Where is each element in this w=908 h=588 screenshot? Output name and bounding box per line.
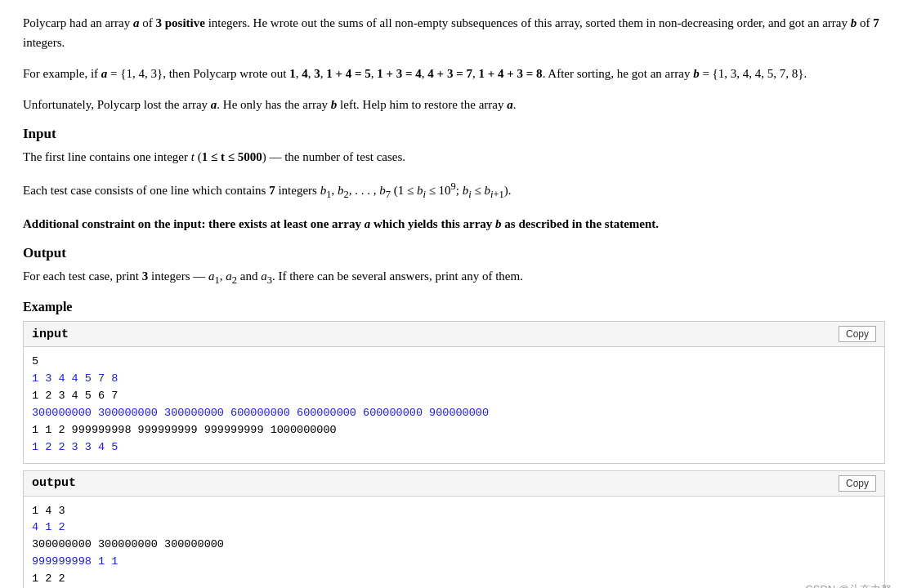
example-title: Example <box>23 300 885 314</box>
output-line-5: 1 2 2 <box>32 572 65 585</box>
output-line-1: 1 4 3 <box>32 505 65 517</box>
var-a: a <box>133 16 140 29</box>
var-b: b <box>851 16 857 29</box>
output-line-2: 4 1 2 <box>32 521 65 533</box>
input-copy-button[interactable]: Copy <box>839 326 876 342</box>
intro-paragraph-3: Unfortunately, Polycarp lost the array a… <box>23 95 885 114</box>
output-line-3: 300000000 300000000 300000000 <box>32 538 224 550</box>
input-code-content: 5 1 3 4 4 5 7 8 1 2 3 4 5 6 7 300000000 … <box>24 347 884 463</box>
input-code-label: input <box>32 327 69 341</box>
output-code-content: 1 4 3 4 1 2 300000000 300000000 30000000… <box>24 497 884 588</box>
output-copy-button[interactable]: Copy <box>839 475 876 492</box>
input-line-1: 5 <box>32 355 38 368</box>
output-line-4: 999999998 1 1 <box>32 555 118 568</box>
input-paragraph-2: Each test case consists of one line whic… <box>23 178 885 203</box>
input-code-header: input Copy <box>24 322 884 347</box>
output-paragraph-1: For each test case, print 3 integers — a… <box>23 266 885 288</box>
output-code-header: output Copy <box>24 471 884 497</box>
input-code-block: input Copy 5 1 3 4 4 5 7 8 1 2 3 4 5 6 7… <box>23 321 885 464</box>
intro-paragraph-2: For example, if a = {1, 4, 3}, then Poly… <box>23 64 885 83</box>
input-line-4: 300000000 300000000 300000000 600000000 … <box>32 407 489 419</box>
input-paragraph-1: The first line contains one integer t (1… <box>23 147 885 167</box>
watermark: CSDN @斗奋力努 <box>805 582 892 588</box>
input-title: Input <box>23 126 885 142</box>
input-paragraph-3: Additional constraint on the input: ther… <box>23 214 885 234</box>
input-line-5: 1 1 2 999999998 999999999 999999999 1000… <box>32 424 337 436</box>
intro-paragraph-1: Polycarp had an array a of 3 positive in… <box>23 13 885 52</box>
input-line-3: 1 2 3 4 5 6 7 <box>32 390 118 402</box>
output-title: Output <box>23 245 885 261</box>
input-line-2: 1 3 4 4 5 7 8 <box>32 372 118 385</box>
output-code-label: output <box>32 476 76 490</box>
output-code-block: output Copy 1 4 3 4 1 2 300000000 300000… <box>23 470 885 588</box>
input-line-6: 1 2 2 3 3 4 5 <box>32 441 118 453</box>
